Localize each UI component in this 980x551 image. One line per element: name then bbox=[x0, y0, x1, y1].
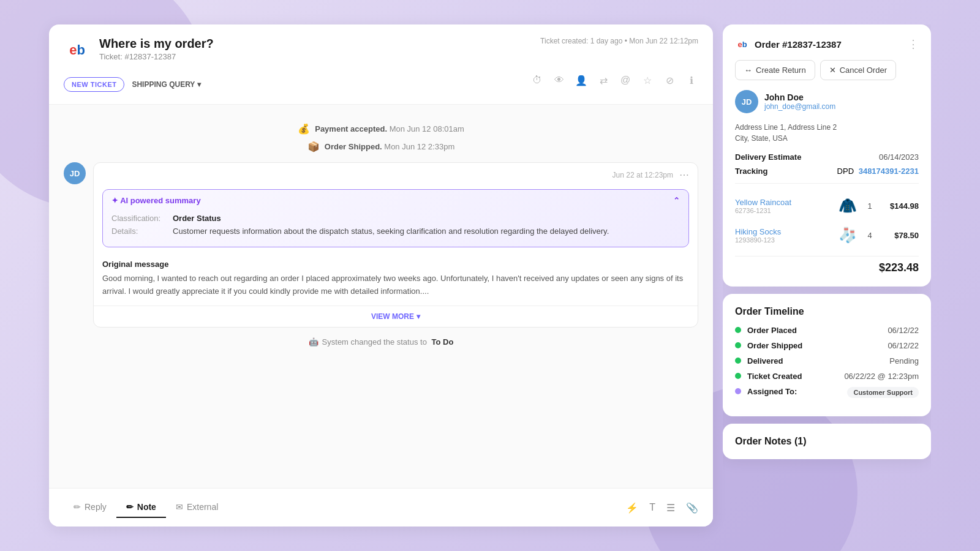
customer-initials: JD bbox=[742, 97, 752, 107]
customer-info: JD John Doe john_doe@gmail.com bbox=[735, 90, 919, 113]
status-change-value: To Do bbox=[432, 337, 454, 347]
lightning-icon[interactable]: ⚡ bbox=[626, 502, 638, 514]
cancel-order-label: Cancel Order bbox=[840, 66, 887, 75]
timer-icon[interactable]: ⏱ bbox=[530, 73, 544, 87]
payment-event: 💰 Payment accepted. Mon Jun 12 08:01am bbox=[64, 123, 698, 135]
item-socks-name[interactable]: Hiking Socks bbox=[735, 227, 832, 236]
sender-initials: JD bbox=[70, 169, 80, 178]
timeline-value-ticket-created: 06/22/22 @ 12:23pm bbox=[844, 372, 919, 381]
payment-text: Payment accepted. bbox=[315, 124, 387, 133]
logo-b: b bbox=[77, 42, 85, 58]
view-more-button[interactable]: VIEW MORE ▾ bbox=[94, 305, 698, 327]
timeline-item-assigned: Assigned To: Customer Support bbox=[735, 387, 919, 398]
timeline-item-shipped: Order Shipped 06/12/22 bbox=[735, 341, 919, 350]
tracking-label: Tracking bbox=[735, 167, 767, 176]
shipped-icon: 📦 bbox=[307, 141, 320, 152]
original-message: Original message Good morning, I wanted … bbox=[94, 252, 698, 305]
status-change-event: 🤖 System changed the status to To Do bbox=[64, 337, 698, 347]
customer-avatar: JD bbox=[735, 90, 758, 113]
tracking-row: Tracking DPD 348174391-2231 bbox=[735, 167, 919, 176]
person-icon[interactable]: 👤 bbox=[575, 73, 588, 87]
order-item-socks: Hiking Socks 1293890-123 🧦 4 $78.50 bbox=[735, 220, 919, 250]
create-return-button[interactable]: ↔ Create Return bbox=[735, 60, 815, 80]
socks-icon: 🧦 bbox=[838, 225, 858, 245]
view-more-chevron-icon: ▾ bbox=[417, 312, 420, 321]
address-line2: City, State, USA bbox=[735, 134, 788, 143]
right-panel: eb Order #12837-12387 ⋮ ↔ Create Return … bbox=[723, 24, 931, 527]
shipped-time: Mon Jun 12 2:33pm bbox=[384, 142, 454, 151]
status-change-icon: 🤖 bbox=[309, 337, 318, 347]
transfer-icon[interactable]: ⇄ bbox=[597, 73, 610, 87]
order-card: eb Order #12837-12387 ⋮ ↔ Create Return … bbox=[723, 24, 931, 287]
message-more-icon[interactable]: ⋯ bbox=[679, 169, 689, 181]
timeline-item-delivered: Delivered Pending bbox=[735, 356, 919, 365]
timeline-title: Order Timeline bbox=[735, 306, 919, 317]
tag-shipping-query[interactable]: SHIPPING QUERY ▾ bbox=[132, 80, 201, 89]
assigned-badge: Customer Support bbox=[847, 387, 919, 398]
delivery-estimate-value: 06/14/2023 bbox=[879, 152, 919, 162]
timeline-dot-delivered bbox=[735, 358, 741, 364]
note-tab-icon: ✏ bbox=[126, 502, 134, 512]
new-ticket-button[interactable]: NEW TICKET bbox=[64, 77, 124, 92]
raincoat-icon: 🧥 bbox=[838, 196, 858, 216]
tab-external[interactable]: ✉ External bbox=[166, 497, 228, 518]
order-logo: eb bbox=[735, 37, 750, 51]
ai-summary-toggle[interactable]: ✦ AI powered summary ⌃ bbox=[103, 190, 688, 211]
timeline-item-ticket-created: Ticket Created 06/22/22 @ 12:23pm bbox=[735, 372, 919, 381]
item-socks-qty: 4 bbox=[864, 231, 876, 240]
timeline-dot-placed bbox=[735, 327, 741, 333]
lines-icon[interactable]: ☰ bbox=[666, 502, 675, 514]
block-icon[interactable]: ⊘ bbox=[663, 73, 676, 87]
timeline-dot-shipped bbox=[735, 342, 741, 348]
view-more-label: VIEW MORE bbox=[371, 312, 414, 321]
at-icon[interactable]: @ bbox=[619, 73, 632, 87]
ai-details-value: Customer requests information about the … bbox=[173, 227, 609, 236]
star-icon[interactable]: ☆ bbox=[641, 73, 654, 87]
tab-note[interactable]: ✏ Note bbox=[116, 497, 166, 518]
timeline-item-placed: Order Placed 06/12/22 bbox=[735, 326, 919, 335]
order-divider bbox=[735, 183, 919, 184]
customer-name: John Doe bbox=[764, 92, 835, 102]
delivery-estimate-row: Delivery Estimate 06/14/2023 bbox=[735, 152, 919, 162]
eye-icon[interactable]: 👁 bbox=[552, 73, 566, 87]
timeline-value-shipped: 06/12/22 bbox=[888, 341, 919, 350]
ai-details-row: Details: Customer requests information a… bbox=[111, 227, 680, 236]
tab-reply[interactable]: ✏ Reply bbox=[64, 497, 116, 518]
reply-bar: ✏ Reply ✏ Note ✉ External ⚡ T ☰ 📎 bbox=[49, 488, 713, 527]
status-change-text: System changed the status to To Do bbox=[322, 337, 454, 347]
customer-email[interactable]: john_doe@gmail.com bbox=[764, 102, 835, 111]
tag-label-text: SHIPPING QUERY bbox=[132, 80, 195, 89]
cancel-x-icon: ✕ bbox=[829, 66, 836, 75]
ticket-number: Ticket: #12837-12387 bbox=[99, 52, 214, 61]
timeline-value-placed: 06/12/22 bbox=[888, 326, 919, 335]
notes-title: Order Notes (1) bbox=[735, 436, 919, 447]
ai-details-label: Details: bbox=[111, 227, 167, 236]
reply-tab-label: Reply bbox=[85, 502, 107, 512]
order-title: eb Order #12837-12387 bbox=[735, 37, 842, 51]
order-more-icon[interactable]: ⋮ bbox=[908, 37, 919, 51]
ai-collapse-icon: ⌃ bbox=[673, 196, 680, 205]
customer-address: Address Line 1, Address Line 2 City, Sta… bbox=[735, 122, 919, 144]
timeline-label-shipped: Order Shipped bbox=[747, 341, 881, 350]
attachment-icon[interactable]: 📎 bbox=[686, 502, 698, 514]
app-logo: eb bbox=[64, 37, 91, 64]
timeline-label-delivered: Delivered bbox=[747, 356, 883, 365]
info-icon[interactable]: ℹ bbox=[685, 73, 698, 87]
order-total-value: $223.48 bbox=[879, 261, 919, 274]
shipped-event: 📦 Order Shipped. Mon Jun 12 2:33pm bbox=[64, 141, 698, 152]
timeline-label-ticket-created: Ticket Created bbox=[747, 372, 838, 381]
timeline-card: Order Timeline Order Placed 06/12/22 Ord… bbox=[723, 294, 931, 416]
item-socks-sku: 1293890-123 bbox=[735, 236, 832, 244]
tracking-value: DPD 348174391-2231 bbox=[837, 167, 919, 176]
message-timestamp: Jun 22 at 12:23pm bbox=[612, 171, 673, 179]
ai-classification-label: Classification: bbox=[111, 214, 167, 223]
item-raincoat-sku: 62736-1231 bbox=[735, 207, 832, 214]
text-format-icon[interactable]: T bbox=[649, 502, 655, 513]
logo-e: e bbox=[69, 42, 77, 58]
tracking-number[interactable]: 348174391-2231 bbox=[859, 167, 919, 176]
order-items: Yellow Raincoat 62736-1231 🧥 1 $144.98 H… bbox=[735, 191, 919, 250]
item-socks-price: $78.50 bbox=[882, 231, 919, 240]
timeline-dot-assigned bbox=[735, 388, 741, 394]
cancel-order-button[interactable]: ✕ Cancel Order bbox=[820, 60, 896, 80]
item-raincoat-name[interactable]: Yellow Raincoat bbox=[735, 198, 832, 207]
